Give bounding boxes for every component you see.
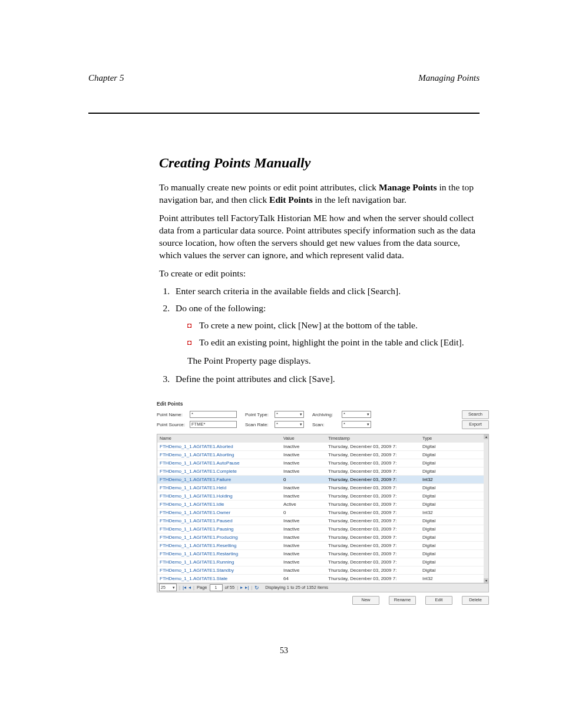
search-button[interactable]: Search [462, 410, 489, 419]
page-label: Page [197, 585, 207, 590]
cell-name: FTHDemo_1_1.AGITATE1.AutoPause [160, 459, 283, 467]
col-value[interactable]: Value [283, 434, 328, 442]
table-row[interactable]: FTHDemo_1_1.AGITATE1.ResettingInactiveTh… [157, 542, 488, 550]
table-row[interactable]: FTHDemo_1_1.AGITATE1.State64Thursday, De… [157, 575, 488, 583]
cell-name: FTHDemo_1_1.AGITATE1.State [160, 575, 283, 582]
cell-timestamp: Thursday, December 03, 2009 7: [328, 566, 422, 574]
cell-type: Int32 [422, 476, 458, 483]
cell-name: FTHDemo_1_1.AGITATE1.Holding [160, 492, 283, 500]
cell-value: 0 [283, 509, 328, 516]
new-button[interactable]: New [352, 596, 379, 605]
archiving-select[interactable]: *▾ [342, 411, 371, 418]
cell-type: Digital [422, 500, 458, 508]
cell-value: Inactive [283, 467, 328, 475]
cell-type: Int32 [422, 509, 458, 516]
col-timestamp[interactable]: Timestamp [328, 434, 422, 442]
steps-list: Enter search criteria in the available f… [159, 285, 480, 386]
first-page-icon[interactable]: |◂ [183, 585, 186, 590]
cell-value: Inactive [283, 459, 328, 467]
cell-timestamp: Thursday, December 03, 2009 7: [328, 575, 422, 582]
chevron-down-icon: ▾ [300, 411, 302, 418]
last-page-icon[interactable]: ▸| [245, 585, 249, 590]
next-page-icon[interactable]: ▸ [240, 585, 243, 590]
table-row[interactable]: FTHDemo_1_1.AGITATE1.CompleteInactiveThu… [157, 467, 488, 476]
label-archiving: Archiving: [312, 412, 342, 417]
label-scan: Scan: [312, 422, 342, 427]
results-grid: Name Value Timestamp Type FTHDemo_1_1.AG… [157, 434, 489, 584]
table-row[interactable]: FTHDemo_1_1.AGITATE1.Owner0Thursday, Dec… [157, 509, 488, 517]
col-type[interactable]: Type [422, 434, 458, 442]
cell-name: FTHDemo_1_1.AGITATE1.Restarting [160, 550, 283, 558]
table-row[interactable]: FTHDemo_1_1.AGITATE1.ProducingInactiveTh… [157, 533, 488, 542]
table-row[interactable]: FTHDemo_1_1.AGITATE1.AutoPauseInactiveTh… [157, 459, 488, 467]
cell-name: FTHDemo_1_1.AGITATE1.Complete [160, 467, 283, 475]
edit-button[interactable]: Edit [425, 596, 452, 605]
col-name[interactable]: Name [160, 434, 283, 442]
chevron-down-icon: ▾ [173, 585, 175, 590]
cell-type: Digital [422, 459, 458, 467]
table-row[interactable]: FTHDemo_1_1.AGITATE1.HoldingInactiveThur… [157, 492, 488, 500]
cell-name: FTHDemo_1_1.AGITATE1.Aborting [160, 451, 283, 459]
step-2-tail: The Point Property page displays. [187, 355, 480, 367]
cell-timestamp: Thursday, December 03, 2009 7: [328, 542, 422, 549]
cell-timestamp: Thursday, December 03, 2009 7: [328, 509, 422, 516]
cell-value: Inactive [283, 550, 328, 558]
table-row[interactable]: FTHDemo_1_1.AGITATE1.PausedInactiveThurs… [157, 517, 488, 525]
cell-timestamp: Thursday, December 03, 2009 7: [328, 500, 422, 508]
scan-rate-select[interactable]: *▾ [275, 421, 304, 428]
cell-name: FTHDemo_1_1.AGITATE1.Idle [160, 500, 283, 508]
table-row[interactable]: FTHDemo_1_1.AGITATE1.Failure0Thursday, D… [157, 476, 488, 484]
table-row[interactable]: FTHDemo_1_1.AGITATE1.AbortingInactiveThu… [157, 451, 488, 459]
step-3: Define the point attributes and click [S… [172, 373, 480, 386]
cell-type: Digital [422, 550, 458, 558]
table-row[interactable]: FTHDemo_1_1.AGITATE1.StandbyInactiveThur… [157, 566, 488, 575]
label-scan-rate: Scan Rate: [245, 422, 275, 427]
cell-value: Inactive [283, 517, 328, 525]
cell-name: FTHDemo_1_1.AGITATE1.Aborted [160, 443, 283, 450]
header-rule [88, 113, 480, 114]
delete-button[interactable]: Delete [462, 596, 489, 605]
cell-value: Inactive [283, 451, 328, 459]
cell-value: 0 [283, 476, 328, 483]
intro-paragraph-2: Point attributes tell FactoryTalk Histor… [159, 212, 480, 262]
cell-type: Digital [422, 525, 458, 533]
cell-name: FTHDemo_1_1.AGITATE1.Producing [160, 533, 283, 541]
cell-type: Digital [422, 484, 458, 492]
point-name-input[interactable]: * [190, 411, 237, 418]
page-input[interactable]: 1 [210, 584, 223, 591]
edit-points-panel: Edit Points Point Name: * Point Type: *▾… [157, 401, 489, 605]
label-point-source: Point Source: [157, 422, 190, 427]
table-row[interactable]: FTHDemo_1_1.AGITATE1.AbortedInactiveThur… [157, 443, 488, 451]
table-row[interactable]: FTHDemo_1_1.AGITATE1.IdleActiveThursday,… [157, 500, 488, 509]
prev-page-icon[interactable]: ◂ [189, 585, 191, 590]
table-row[interactable]: FTHDemo_1_1.AGITATE1.HeldInactiveThursda… [157, 484, 488, 492]
cell-timestamp: Thursday, December 03, 2009 7: [328, 459, 422, 467]
cell-timestamp: Thursday, December 03, 2009 7: [328, 550, 422, 558]
cell-timestamp: Thursday, December 03, 2009 7: [328, 476, 422, 483]
table-row[interactable]: FTHDemo_1_1.AGITATE1.RunningInactiveThur… [157, 558, 488, 566]
scroll-down-icon[interactable]: ▾ [484, 578, 488, 583]
export-button[interactable]: Export [462, 420, 489, 429]
point-type-select[interactable]: *▾ [275, 411, 304, 418]
cell-name: FTHDemo_1_1.AGITATE1.Paused [160, 517, 283, 525]
scrollbar[interactable]: ▴ ▾ [484, 434, 488, 583]
grid-header: Name Value Timestamp Type [157, 434, 488, 443]
rename-button[interactable]: Rename [389, 596, 416, 605]
cell-type: Digital [422, 542, 458, 549]
cell-timestamp: Thursday, December 03, 2009 7: [328, 492, 422, 500]
scroll-up-icon[interactable]: ▴ [484, 434, 488, 439]
cell-value: Inactive [283, 533, 328, 541]
point-source-input[interactable]: FTME* [190, 421, 237, 428]
cell-value: Inactive [283, 558, 328, 566]
refresh-icon[interactable]: ↻ [254, 585, 259, 591]
table-row[interactable]: FTHDemo_1_1.AGITATE1.RestartingInactiveT… [157, 550, 488, 558]
label-point-name: Point Name: [157, 412, 190, 417]
cell-name: FTHDemo_1_1.AGITATE1.Running [160, 558, 283, 566]
chevron-down-icon: ▾ [300, 421, 302, 428]
table-row[interactable]: FTHDemo_1_1.AGITATE1.PausingInactiveThur… [157, 525, 488, 533]
scan-select[interactable]: *▾ [342, 421, 371, 428]
cell-timestamp: Thursday, December 03, 2009 7: [328, 533, 422, 541]
cell-value: 64 [283, 575, 328, 582]
page-size-select[interactable]: 25▾ [159, 584, 177, 591]
step-1: Enter search criteria in the available f… [172, 285, 480, 298]
